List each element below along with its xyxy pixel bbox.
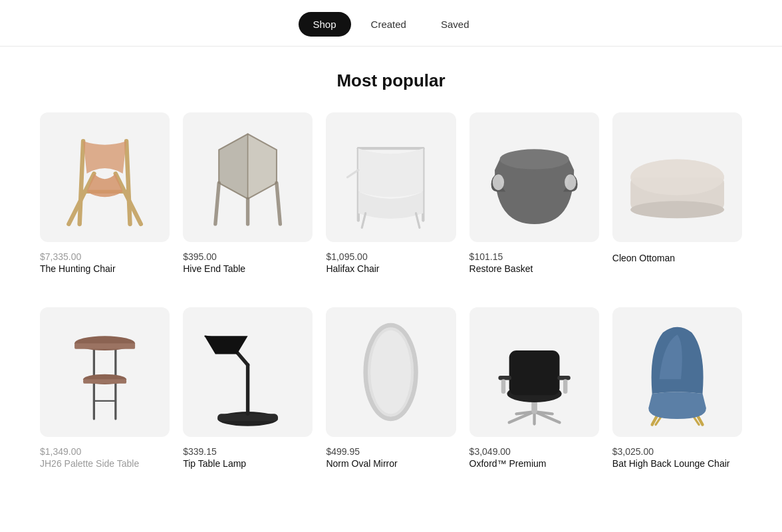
product-name: JH26 Palette Side Table [40, 458, 170, 469]
product-name: Tip Table Lamp [183, 458, 313, 469]
list-item[interactable]: $101.15 Restore Basket [469, 112, 599, 274]
product-name: Hive End Table [183, 263, 313, 274]
svg-point-37 [371, 331, 412, 414]
svg-line-14 [362, 213, 366, 228]
product-price: $1,349.00 [40, 446, 170, 457]
product-price: $101.15 [469, 251, 599, 262]
product-price: $7,335.00 [40, 251, 170, 262]
product-image-norm-oval-mirror [326, 307, 456, 437]
tab-shop[interactable]: Shop [299, 12, 351, 37]
svg-line-3 [126, 141, 130, 224]
product-name: Oxford™ Premium [469, 458, 599, 469]
list-item[interactable]: $499.95 Norm Oval Mirror [326, 307, 456, 469]
svg-line-8 [215, 183, 219, 224]
svg-rect-47 [557, 376, 571, 380]
product-price: $3,049.00 [469, 446, 599, 457]
tab-created[interactable]: Created [356, 12, 421, 37]
tab-saved[interactable]: Saved [426, 12, 484, 37]
product-image-oxford-premium [469, 307, 599, 437]
svg-rect-48 [501, 379, 505, 394]
list-item[interactable]: $3,025.00 Bat High Back Lounge Chair [612, 307, 742, 469]
product-name: Norm Oval Mirror [326, 458, 456, 469]
main-content: Most popular [0, 47, 782, 532]
list-item[interactable]: Cleon Ottoman [612, 112, 742, 274]
svg-marker-7 [248, 134, 277, 200]
product-image-cleon-ottoman [612, 112, 742, 242]
product-price: $499.95 [326, 446, 456, 457]
svg-rect-27 [74, 343, 135, 349]
section-title: Most popular [40, 70, 742, 91]
list-item[interactable]: $1,349.00 JH26 Palette Side Table [40, 307, 170, 469]
product-name: Halifax Chair [326, 263, 456, 274]
svg-point-19 [565, 174, 576, 190]
product-image-hive-end-table [183, 112, 313, 242]
svg-marker-6 [219, 134, 247, 200]
svg-line-9 [277, 183, 280, 224]
list-item[interactable]: $7,335.00 The Hunting Chair [40, 112, 170, 274]
product-name: Restore Basket [469, 263, 599, 274]
svg-point-22 [630, 201, 724, 218]
product-image-tip-table-lamp [183, 307, 313, 437]
list-item[interactable]: $395.00 Hive End Table [183, 112, 313, 274]
product-image-halifax-chair [326, 112, 456, 242]
svg-line-2 [80, 141, 83, 224]
product-grid-row1: $7,335.00 The Hunting Chair [40, 112, 742, 274]
product-price: $395.00 [183, 251, 313, 262]
svg-line-16 [348, 170, 358, 178]
product-name: Cleon Ottoman [612, 253, 742, 263]
product-price: $1,095.00 [326, 251, 456, 262]
list-item[interactable]: $339.15 Tip Table Lamp [183, 307, 313, 469]
svg-point-23 [630, 159, 724, 195]
product-image-palette-side-table [40, 307, 170, 437]
svg-point-18 [492, 174, 503, 190]
product-name: The Hunting Chair [40, 263, 170, 274]
product-name: Bat High Back Lounge Chair [612, 458, 742, 469]
product-price: $3,025.00 [612, 446, 742, 457]
svg-line-15 [416, 213, 420, 228]
product-price: $339.15 [183, 446, 313, 457]
navigation: Shop Created Saved [0, 0, 782, 47]
svg-rect-45 [509, 350, 559, 395]
list-item[interactable]: $1,095.00 Halifax Chair [326, 112, 456, 274]
list-item[interactable]: $3,049.00 Oxford™ Premium [469, 307, 599, 469]
product-image-bat-lounge-chair [612, 307, 742, 437]
svg-rect-49 [563, 379, 568, 394]
svg-rect-29 [83, 379, 126, 384]
svg-rect-46 [498, 376, 511, 380]
svg-point-17 [499, 149, 569, 169]
product-grid-row2: $1,349.00 JH26 Palette Side Table [40, 307, 742, 469]
product-image-restore-basket [469, 112, 599, 242]
product-image-hunting-chair [40, 112, 170, 242]
